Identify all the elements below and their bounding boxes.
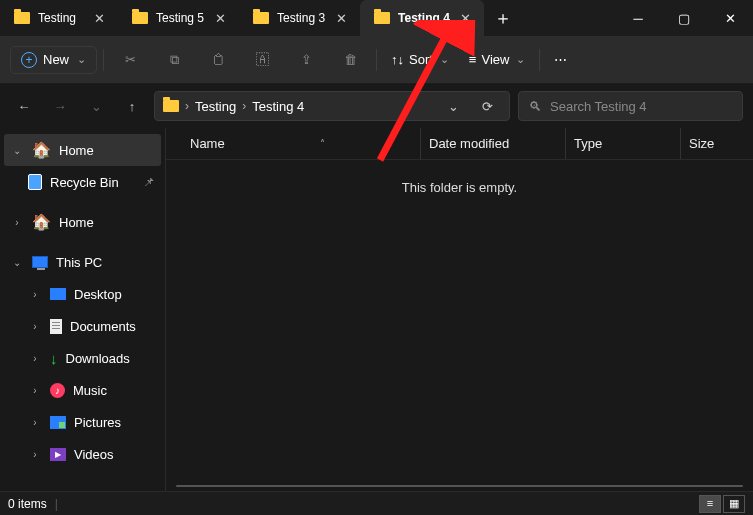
folder-icon bbox=[132, 12, 148, 24]
sidebar-label: Desktop bbox=[74, 287, 122, 302]
maximize-button[interactable]: ▢ bbox=[661, 0, 707, 36]
forward-button[interactable]: → bbox=[46, 92, 74, 120]
chevron-right-icon: › bbox=[28, 321, 42, 332]
details-view-button[interactable]: ≡ bbox=[699, 495, 721, 513]
close-icon[interactable]: ✕ bbox=[333, 10, 349, 26]
plus-icon: + bbox=[21, 52, 37, 68]
col-name[interactable]: Name ˄ bbox=[190, 128, 420, 159]
home-icon: 🏠 bbox=[32, 213, 51, 231]
view-button[interactable]: ≡ View bbox=[461, 47, 534, 72]
col-label: Size bbox=[689, 136, 714, 151]
share-button[interactable]: ⇪ bbox=[286, 42, 326, 78]
download-icon: ↓ bbox=[50, 350, 58, 367]
sidebar-label: Recycle Bin bbox=[50, 175, 119, 190]
tab-testing3[interactable]: Testing 3 ✕ bbox=[239, 0, 360, 36]
sidebar-label: Downloads bbox=[66, 351, 130, 366]
folder-icon bbox=[14, 12, 30, 24]
sidebar-item-pictures[interactable]: › Pictures bbox=[4, 406, 161, 438]
chevron-right-icon: › bbox=[10, 217, 24, 228]
separator bbox=[376, 49, 377, 71]
up-button[interactable]: ↑ bbox=[118, 92, 146, 120]
sidebar-item-documents[interactable]: › Documents bbox=[4, 310, 161, 342]
window-controls: ─ ▢ ✕ bbox=[615, 0, 753, 36]
search-icon: 🔍︎ bbox=[529, 99, 542, 114]
tab-testing5[interactable]: Testing 5 ✕ bbox=[118, 0, 239, 36]
sidebar-label: This PC bbox=[56, 255, 102, 270]
new-button[interactable]: + New bbox=[10, 46, 97, 74]
chevron-right-icon: › bbox=[28, 449, 42, 460]
desktop-icon bbox=[50, 288, 66, 300]
toolbar: + New ✂ ⧉ 📋︎ 🇦 ⇪ 🗑 ↑↓ Sort ≡ View ⋯ bbox=[0, 36, 753, 84]
refresh-button[interactable]: ⟳ bbox=[473, 92, 501, 120]
chevron-down-icon: ⌄ bbox=[10, 145, 24, 156]
status-bar: 0 items | ≡ ▦ bbox=[0, 491, 753, 515]
chevron-right-icon: › bbox=[242, 99, 246, 113]
pc-icon bbox=[32, 256, 48, 268]
close-window-button[interactable]: ✕ bbox=[707, 0, 753, 36]
new-tab-button[interactable]: ＋ bbox=[485, 6, 521, 30]
main-pane: Name ˄ Date modified Type Size This fold… bbox=[165, 128, 753, 491]
delete-button[interactable]: 🗑 bbox=[330, 42, 370, 78]
sidebar-label: Home bbox=[59, 143, 94, 158]
empty-message: This folder is empty. bbox=[166, 160, 753, 195]
separator bbox=[539, 49, 540, 71]
address-row: ← → ⌄ ↑ › Testing › Testing 4 ⌄ ⟳ 🔍︎ Sea… bbox=[0, 84, 753, 128]
recent-dropdown[interactable]: ⌄ bbox=[82, 92, 110, 120]
home-icon: 🏠 bbox=[32, 141, 51, 159]
sidebar-item-home[interactable]: ⌄ 🏠 Home bbox=[4, 134, 161, 166]
col-type[interactable]: Type bbox=[565, 128, 680, 159]
col-size[interactable]: Size bbox=[680, 128, 714, 159]
thumbnails-view-button[interactable]: ▦ bbox=[723, 495, 745, 513]
sidebar-item-downloads[interactable]: › ↓ Downloads bbox=[4, 342, 161, 374]
tab-label: Testing 4 bbox=[398, 11, 450, 25]
music-icon: ♪ bbox=[50, 383, 65, 398]
document-icon bbox=[50, 319, 62, 334]
close-icon[interactable]: ✕ bbox=[212, 10, 228, 26]
folder-icon bbox=[163, 100, 179, 112]
col-date[interactable]: Date modified bbox=[420, 128, 565, 159]
cut-button[interactable]: ✂ bbox=[110, 42, 150, 78]
pin-icon: 📌︎ bbox=[143, 175, 155, 189]
scrollbar[interactable] bbox=[176, 485, 743, 487]
sidebar-label: Pictures bbox=[74, 415, 121, 430]
tab-testing[interactable]: Testing ✕ bbox=[0, 0, 118, 36]
search-input[interactable]: 🔍︎ Search Testing 4 bbox=[518, 91, 743, 121]
sidebar-item-desktop[interactable]: › Desktop bbox=[4, 278, 161, 310]
pictures-icon bbox=[50, 416, 66, 429]
close-icon[interactable]: ✕ bbox=[458, 10, 474, 26]
tab-testing4[interactable]: Testing 4 ✕ bbox=[360, 0, 485, 36]
search-placeholder: Search Testing 4 bbox=[550, 99, 647, 114]
close-icon[interactable]: ✕ bbox=[91, 10, 107, 26]
sidebar-item-thispc[interactable]: ⌄ This PC bbox=[4, 246, 161, 278]
col-label: Name bbox=[190, 136, 225, 151]
col-label: Date modified bbox=[429, 136, 509, 151]
copy-button[interactable]: ⧉ bbox=[154, 42, 194, 78]
sidebar-item-recycle[interactable]: Recycle Bin 📌︎ bbox=[4, 166, 161, 198]
sort-icon: ↑↓ bbox=[391, 52, 404, 67]
chevron-right-icon: › bbox=[28, 385, 42, 396]
back-button[interactable]: ← bbox=[10, 92, 38, 120]
col-label: Type bbox=[574, 136, 602, 151]
address-dropdown[interactable]: ⌄ bbox=[439, 92, 467, 120]
chevron-right-icon: › bbox=[28, 417, 42, 428]
sidebar-item-home2[interactable]: › 🏠 Home bbox=[4, 206, 161, 238]
sidebar-item-music[interactable]: › ♪ Music bbox=[4, 374, 161, 406]
tabs: Testing ✕ Testing 5 ✕ Testing 3 ✕ Testin… bbox=[0, 0, 485, 36]
separator bbox=[103, 49, 104, 71]
sort-button[interactable]: ↑↓ Sort bbox=[383, 47, 457, 72]
breadcrumb[interactable]: Testing bbox=[195, 99, 236, 114]
chevron-down-icon: ⌄ bbox=[10, 257, 24, 268]
sidebar-label: Music bbox=[73, 383, 107, 398]
rename-button[interactable]: 🇦 bbox=[242, 42, 282, 78]
tab-label: Testing 5 bbox=[156, 11, 204, 25]
more-button[interactable]: ⋯ bbox=[546, 47, 575, 72]
item-count: 0 items bbox=[8, 497, 47, 511]
minimize-button[interactable]: ─ bbox=[615, 0, 661, 36]
folder-icon bbox=[374, 12, 390, 24]
sidebar-label: Videos bbox=[74, 447, 114, 462]
column-headers: Name ˄ Date modified Type Size bbox=[166, 128, 753, 160]
paste-button[interactable]: 📋︎ bbox=[198, 42, 238, 78]
address-bar[interactable]: › Testing › Testing 4 ⌄ ⟳ bbox=[154, 91, 510, 121]
sidebar-item-videos[interactable]: › ▶ Videos bbox=[4, 438, 161, 470]
breadcrumb[interactable]: Testing 4 bbox=[252, 99, 304, 114]
